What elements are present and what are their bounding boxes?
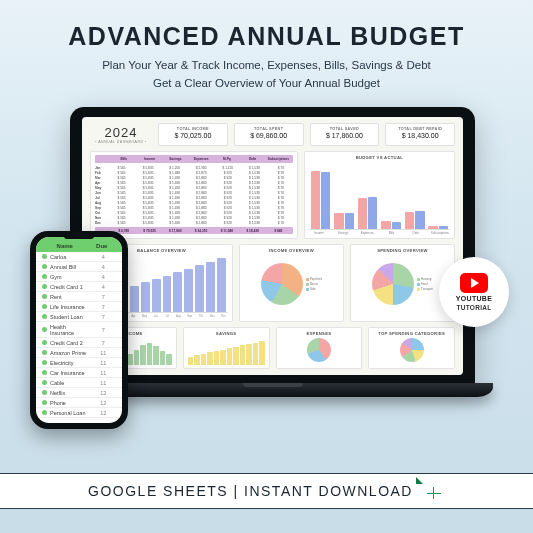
status-dot-icon xyxy=(42,380,47,385)
table-row: Jul$ 565$ 5,835$ 1,490$ 2,860$ 920$ 1,53… xyxy=(95,195,293,200)
year-summary-header: BillsIncomeSavingsExpensesM-PgDebtSubscr… xyxy=(95,155,293,163)
list-item: Phone12 xyxy=(36,398,122,408)
panel-title: SPENDING OVERVIEW xyxy=(355,248,450,253)
panel-title: SAVINGS xyxy=(188,331,265,336)
income-pie-chart xyxy=(261,263,303,305)
panel-title: EXPENSES xyxy=(281,331,358,336)
bill-name: Credit Card 1 xyxy=(50,284,91,290)
income-overview-panel: INCOME OVERVIEW Paycheck Bonus Side xyxy=(239,244,344,322)
footer-text: GOOGLE SHEETS | INSTANT DOWNLOAD xyxy=(88,483,413,499)
phone-notch xyxy=(64,233,94,239)
phone-list: Carloa4Annual Bill4Gym4Credit Card 14Ren… xyxy=(36,252,122,423)
page-title: ADVANCED ANNUAL BUDGET xyxy=(20,22,513,51)
bill-name: Carloa xyxy=(50,254,91,260)
bill-due: 7 xyxy=(91,294,116,300)
table-row: May$ 565$ 5,835$ 1,490$ 2,860$ 920$ 1,53… xyxy=(95,185,293,190)
panel-title: INCOME OVERVIEW xyxy=(244,248,339,253)
list-item: Student Loan7 xyxy=(36,312,122,322)
dashboard: 2024 • ANNUAL DASHBOARD • TOTAL INCOME $… xyxy=(82,117,463,375)
bill-name: Cable xyxy=(50,380,91,386)
status-dot-icon xyxy=(42,284,47,289)
status-dot-icon xyxy=(42,294,47,299)
list-item: Personal Loan12 xyxy=(36,408,122,418)
bill-due: 7 xyxy=(91,327,116,333)
pie-legend: Paycheck Bonus Side xyxy=(306,277,322,291)
stat-value: $ 17,860.00 xyxy=(313,132,377,139)
list-item: Cable11 xyxy=(36,378,122,388)
status-dot-icon xyxy=(42,410,47,415)
stat-value: $ 18,430.00 xyxy=(388,132,452,139)
pie-legend: Housing Food Transport xyxy=(417,277,433,291)
hero: ADVANCED ANNUAL BUDGET Plan Your Year & … xyxy=(0,0,533,99)
table-row: Dec$ 565$ 5,835$ 1,490$ 2,860$ 920$ 1,53… xyxy=(95,220,293,225)
bill-due: 7 xyxy=(91,314,116,320)
list-item: Gym4 xyxy=(36,272,122,282)
savings-mini-panel: SAVINGS xyxy=(183,327,270,369)
status-dot-icon xyxy=(42,360,47,365)
bill-name: Life Insurance xyxy=(50,304,91,310)
stat-label: TOTAL SPENT xyxy=(237,127,301,131)
status-dot-icon xyxy=(42,254,47,259)
list-item: Car Insurance11 xyxy=(36,368,122,378)
table-row: Nov$ 565$ 5,835$ 1,490$ 2,860$ 920$ 1,53… xyxy=(95,215,293,220)
status-dot-icon xyxy=(42,390,47,395)
status-dot-icon xyxy=(42,327,47,332)
list-item: Electricity11 xyxy=(36,358,122,368)
bill-name: Annual Bill xyxy=(50,264,91,270)
list-item: Netflix12 xyxy=(36,388,122,398)
table-row: Aug$ 565$ 5,835$ 1,490$ 2,860$ 920$ 1,53… xyxy=(95,200,293,205)
youtube-line1: YOUTUBE xyxy=(456,295,492,302)
bva-labels: IncomeSavingsExpensesBillsDebtSubscripti… xyxy=(309,231,450,235)
bill-name: Student Loan xyxy=(50,314,91,320)
year-label: • ANNUAL DASHBOARD • xyxy=(90,140,152,144)
list-item: Health Insurance7 xyxy=(36,322,122,338)
year-summary-total: $ 6,780$ 70,025$ 17,860$ 34,310$ 11,040$… xyxy=(95,227,293,234)
stat-label: TOTAL INCOME xyxy=(161,127,225,131)
bill-name: Health Insurance xyxy=(50,324,91,336)
phone-col-name: Name xyxy=(42,243,88,249)
top-spending-mini-pie xyxy=(400,338,424,362)
bill-due: 7 xyxy=(91,304,116,310)
spending-pie-chart xyxy=(372,263,414,305)
bill-due: 4 xyxy=(91,254,116,260)
year-summary-body: Jan$ 565$ 5,835$ 1,250$ 2,900$ 1,120$ 1,… xyxy=(95,165,293,225)
panel-title: BUDGET VS ACTUAL xyxy=(309,155,450,160)
bill-due: 11 xyxy=(91,360,116,366)
list-item: Life Insurance7 xyxy=(36,302,122,312)
status-dot-icon xyxy=(42,370,47,375)
phone-list-header: Name Due xyxy=(36,237,122,252)
dashboard-row-3: INCOME SAVINGS EXPENSES TOP SPENDING CAT… xyxy=(90,327,455,369)
bill-name: Credit Card 2 xyxy=(50,340,91,346)
laptop-mockup: 2024 • ANNUAL DASHBOARD • TOTAL INCOME $… xyxy=(70,107,475,397)
list-item: Credit Card 27 xyxy=(36,338,122,348)
bill-due: 11 xyxy=(91,370,116,376)
table-row: Feb$ 565$ 5,835$ 1,480$ 2,870$ 920$ 1,53… xyxy=(95,170,293,175)
stat-total-saved: TOTAL SAVED $ 17,860.00 xyxy=(310,123,380,146)
bill-name: Phone xyxy=(50,400,91,406)
bill-name: Gym xyxy=(50,274,91,280)
laptop-screen: 2024 • ANNUAL DASHBOARD • TOTAL INCOME $… xyxy=(70,107,475,383)
panel-title: TOP SPENDING CATEGORIES xyxy=(373,331,450,336)
status-dot-icon xyxy=(42,340,47,345)
status-dot-icon xyxy=(42,264,47,269)
table-row: Sep$ 565$ 5,835$ 1,490$ 2,860$ 920$ 1,53… xyxy=(95,205,293,210)
phone-col-due: Due xyxy=(88,243,116,249)
bill-due: 4 xyxy=(91,264,116,270)
bill-name: Amazon Prime xyxy=(50,350,91,356)
list-item: Amazon Prime11 xyxy=(36,348,122,358)
subtitle-1: Plan Your Year & Track Income, Expenses,… xyxy=(20,59,513,71)
savings-mini-chart xyxy=(188,337,265,365)
phone-screen: Name Due Carloa4Annual Bill4Gym4Credit C… xyxy=(36,237,122,423)
status-dot-icon xyxy=(42,304,47,309)
status-dot-icon xyxy=(42,400,47,405)
youtube-tutorial-badge[interactable]: YOUTUBE TUTORIAL xyxy=(439,257,509,327)
bill-due: 11 xyxy=(91,380,116,386)
bill-due: 12 xyxy=(91,410,116,416)
table-row: Jan$ 565$ 5,835$ 1,250$ 2,900$ 1,120$ 1,… xyxy=(95,165,293,170)
youtube-icon xyxy=(460,273,488,293)
stat-label: TOTAL SAVED xyxy=(313,127,377,131)
bill-due: 7 xyxy=(91,340,116,346)
expenses-mini-panel: EXPENSES xyxy=(276,327,363,369)
status-dot-icon xyxy=(42,314,47,319)
year-summary-panel: BillsIncomeSavingsExpensesM-PgDebtSubscr… xyxy=(90,151,298,239)
